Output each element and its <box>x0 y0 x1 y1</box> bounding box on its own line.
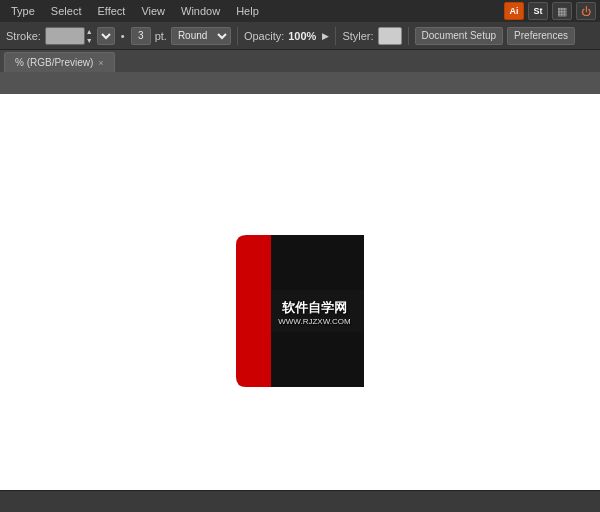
opacity-arrow[interactable]: ▶ <box>322 31 329 41</box>
menu-effect[interactable]: Effect <box>90 3 132 19</box>
main-content: 软件自学网 WWW.RJZXW.COM <box>0 72 600 512</box>
menu-help[interactable]: Help <box>229 3 266 19</box>
menu-select[interactable]: Select <box>44 3 89 19</box>
stroke-label: Stroke: <box>6 30 41 42</box>
stroke-up-arrow[interactable]: ▲ <box>86 27 93 36</box>
menu-view[interactable]: View <box>134 3 172 19</box>
document-tab[interactable]: % (RGB/Preview) × <box>4 52 115 72</box>
power-icon-btn[interactable]: ⏻ <box>576 2 596 20</box>
separator-3 <box>408 27 409 45</box>
ai-icon-btn[interactable]: Ai <box>504 2 524 20</box>
menu-bar: Type Select Effect View Window Help Ai S… <box>0 0 600 22</box>
opacity-label: Opacity: <box>244 30 284 42</box>
stroke-weight-input[interactable] <box>131 27 151 45</box>
styler-swatch[interactable] <box>378 27 402 45</box>
separator-1 <box>237 27 238 45</box>
menu-icon-group: Ai St ▦ ⏻ <box>504 2 596 20</box>
menu-type[interactable]: Type <box>4 3 42 19</box>
power-icon: ⏻ <box>581 6 591 17</box>
separator-2 <box>335 27 336 45</box>
document-setup-button[interactable]: Document Setup <box>415 27 504 45</box>
stroke-type-select[interactable]: Round <box>171 27 231 45</box>
tab-close-button[interactable]: × <box>98 58 103 68</box>
stroke-unit-label: pt. <box>155 30 167 42</box>
svg-rect-1 <box>271 290 364 332</box>
opacity-value: 100% <box>288 30 316 42</box>
toolbar: Stroke: ▲ ▼ ▾ • pt. Round Opacity: 100% … <box>0 22 600 50</box>
preferences-button[interactable]: Preferences <box>507 27 575 45</box>
menu-window[interactable]: Window <box>174 3 227 19</box>
stroke-spinner[interactable]: ▲ ▼ <box>86 27 93 45</box>
styler-label: Styler: <box>342 30 373 42</box>
grid-icon-btn[interactable]: ▦ <box>552 2 572 20</box>
stroke-down-arrow[interactable]: ▼ <box>86 36 93 45</box>
st-icon-btn[interactable]: St <box>528 2 548 20</box>
artwork-container: 软件自学网 WWW.RJZXW.COM <box>236 235 364 389</box>
stroke-color-swatch[interactable] <box>45 27 85 45</box>
stroke-dropdown[interactable]: ▾ <box>97 27 115 45</box>
tab-label: % (RGB/Preview) <box>15 57 93 68</box>
canvas-area[interactable]: 软件自学网 WWW.RJZXW.COM <box>0 72 600 512</box>
tab-bar: % (RGB/Preview) × <box>0 50 600 72</box>
grid-icon: ▦ <box>557 5 567 18</box>
artwork-svg <box>236 235 364 387</box>
status-bar <box>0 490 600 512</box>
